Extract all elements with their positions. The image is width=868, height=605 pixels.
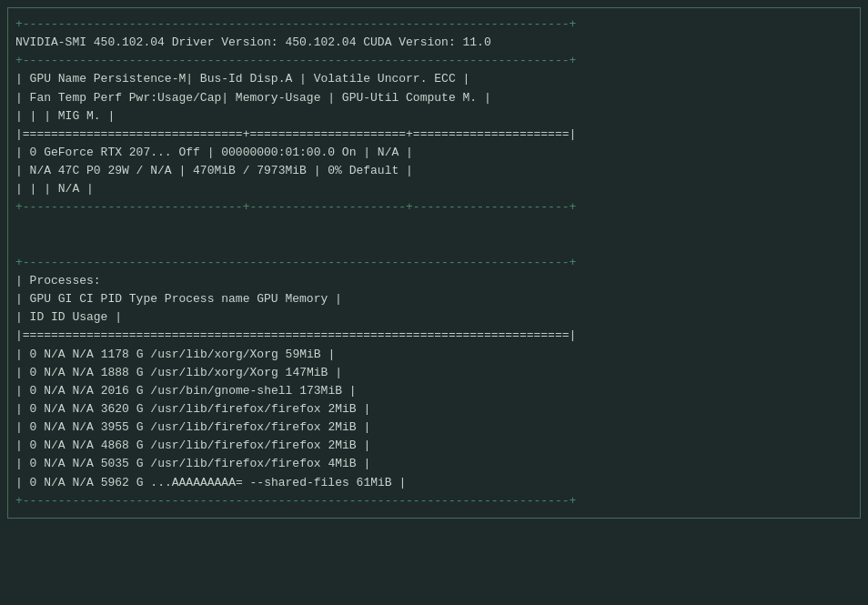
processes-section: +---------------------------------------… [15,254,853,510]
proc-ci-5: N/A [72,439,93,452]
gpu-data-row2: | N/A 47C P0 29W / N/A | 470MiB / 7973Mi… [15,164,413,177]
proc-mem-1: 147MiB [286,366,328,379]
proc-name-3: /usr/lib/firefox/firefox [150,402,320,416]
proc-row-6: | 0 N/A N/A 5035 G /usr/lib/firefox/fire… [15,457,370,470]
proc-gi-5: N/A [44,439,65,452]
proc-separator: |=======================================… [15,328,576,342]
proc-type-1: G [136,366,144,379]
proc-row-7: | 0 N/A N/A 5962 G ...AAAAAAAAA= --share… [15,476,406,489]
proc-row-4: | 0 N/A N/A 3955 G /usr/lib/firefox/fire… [15,420,370,434]
proc-mem-5: 2MiB [328,439,356,452]
proc-row-1: | 0 N/A N/A 1888 G /usr/lib/xorg/Xorg 14… [15,366,342,379]
proc-name-0: /usr/lib/xorg/Xorg [150,348,278,361]
proc-col-header2: | ID ID Usage | [15,310,122,324]
col-header-row2: | Fan Temp Perf Pwr:Usage/Cap| Memory-Us… [15,91,491,105]
proc-title-label: | Processes: [15,274,101,287]
proc-name-5: /usr/lib/firefox/firefox [150,439,320,452]
proc-border-bottom: +---------------------------------------… [15,494,576,508]
proc-pid-7: 5962 [101,476,129,489]
proc-gpu-2: 0 [30,384,37,398]
proc-pid-1: 1888 [101,366,129,379]
proc-mem-0: 59MiB [286,348,321,361]
proc-mem-3: 2MiB [328,402,356,416]
proc-pid-6: 5035 [101,457,129,470]
terminal-window: +---------------------------------------… [7,7,861,519]
proc-ci-6: N/A [72,457,93,470]
proc-pid-4: 3955 [101,420,129,434]
header-title: NVIDIA-SMI 450.102.04 Driver Version: 45… [15,35,491,49]
proc-type-5: G [136,439,144,452]
proc-gpu-5: 0 [30,439,37,452]
proc-gpu-3: 0 [30,402,37,416]
proc-col-header1: | GPU GI CI PID Type Process name GPU Me… [15,292,342,306]
border-top-line: +---------------------------------------… [15,17,576,31]
proc-gpu-1: 0 [30,366,37,379]
proc-pid-5: 4868 [101,439,129,452]
proc-ci-0: N/A [72,348,93,361]
header-separator: |===============================+=======… [15,127,576,141]
proc-pid-3: 3620 [101,402,129,416]
proc-gi-6: N/A [44,457,65,470]
proc-gpu-7: 0 [30,476,37,489]
gpu-border-bottom: +-------------------------------+-------… [15,200,576,214]
proc-gi-2: N/A [44,384,65,398]
proc-row-5: | 0 N/A N/A 4868 G /usr/lib/firefox/fire… [15,439,370,452]
proc-mem-6: 4MiB [328,457,356,470]
col-header-row1: | GPU Name Persistence-M| Bus-Id Disp.A … [15,72,469,86]
proc-type-7: G [136,476,144,489]
proc-ci-3: N/A [72,402,93,416]
proc-gpu-6: 0 [30,457,37,470]
proc-name-6: /usr/lib/firefox/firefox [150,457,320,470]
proc-mem-7: 61MiB [357,476,392,489]
col-header-row3: | | | MIG M. | [15,109,115,123]
proc-name-1: /usr/lib/xorg/Xorg [150,366,278,379]
proc-ci-1: N/A [72,366,93,379]
proc-type-4: G [136,420,144,434]
proc-gpu-0: 0 [30,348,37,361]
proc-pid-0: 1178 [101,348,129,361]
proc-row-2: | 0 N/A N/A 2016 G /usr/bin/gnome-shell … [15,384,357,398]
proc-gi-4: N/A [44,420,65,434]
proc-ci-2: N/A [72,384,93,398]
proc-gpu-4: 0 [30,420,37,434]
proc-name-7: ...AAAAAAAAA= --shared-files [150,476,348,489]
gpu-data-row1: | 0 GeForce RTX 207... Off | 00000000:01… [15,146,413,159]
proc-type-6: G [136,457,144,470]
proc-type-0: G [136,348,144,361]
proc-gi-0: N/A [44,348,65,361]
proc-pid-2: 2016 [101,384,129,398]
separator-after-title: +---------------------------------------… [15,54,576,67]
nvidia-smi-output: +---------------------------------------… [8,12,860,514]
proc-name-2: /usr/bin/gnome-shell [150,384,292,398]
proc-type-2: G [136,384,144,398]
proc-name-4: /usr/lib/firefox/firefox [150,420,320,434]
proc-ci-4: N/A [72,420,93,434]
proc-gi-1: N/A [44,366,65,379]
proc-mem-4: 2MiB [328,420,356,434]
proc-type-3: G [136,402,144,416]
proc-ci-7: N/A [72,476,93,489]
proc-row-0: | 0 N/A N/A 1178 G /usr/lib/xorg/Xorg 59… [15,348,335,361]
proc-gi-7: N/A [44,476,65,489]
gpu-section: +---------------------------------------… [15,15,853,217]
proc-border-top: +---------------------------------------… [15,256,576,269]
gpu-data-row3: | | | N/A | [15,182,94,196]
proc-mem-2: 173MiB [299,384,342,398]
proc-row-3: | 0 N/A N/A 3620 G /usr/lib/firefox/fire… [15,402,370,416]
proc-gi-3: N/A [44,402,65,416]
